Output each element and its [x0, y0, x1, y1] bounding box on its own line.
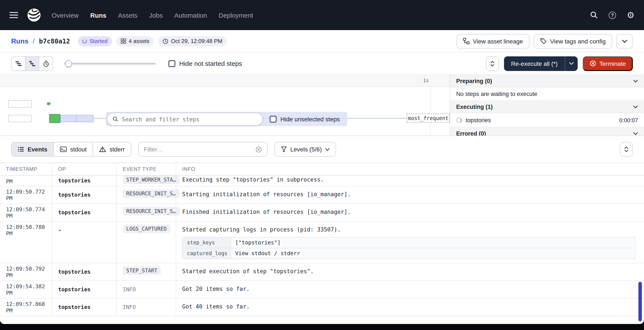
assets-badge[interactable]: 4 assets [116, 36, 154, 46]
log-row[interactable]: PM topstories STEP_WORKER_STA… Executing… [0, 175, 644, 186]
clear-filter-icon[interactable] [256, 146, 262, 153]
levels-filter-button[interactable]: Levels (5/6) [274, 142, 336, 157]
warning-triangle-icon [99, 146, 106, 152]
reexecute-all-button[interactable]: Re-execute all (*) [504, 56, 564, 71]
status-badge: Started [78, 36, 112, 46]
column-header-op: OP [52, 163, 116, 175]
gantt-step-bar-1[interactable] [60, 115, 77, 122]
app-window: Overview Runs Assets Jobs Automation Dep… [0, 0, 644, 324]
event-type-label: INFO [123, 302, 136, 310]
gantt-step-running[interactable] [49, 114, 60, 123]
chevron-down-icon [569, 62, 574, 65]
log-row[interactable]: 12:09:50.788 PM - LOGS_CAPTURED Started … [0, 222, 644, 263]
gantt-view-toggle-group [11, 56, 53, 71]
log-row-height-button[interactable] [620, 142, 633, 157]
settings-gear-icon[interactable]: ⚙ [627, 11, 634, 19]
event-type-badge: LOGS_CAPTURED [123, 225, 170, 233]
view-asset-lineage-button[interactable]: View asset lineage [456, 34, 530, 48]
log-info: Started capturing logs in process (pid: … [176, 222, 644, 263]
log-row[interactable]: 12:09:54.382 PM topstories INFO Got 20 i… [0, 281, 644, 299]
assets-grid-icon [120, 38, 126, 44]
search-icon[interactable] [590, 11, 598, 19]
gantt-step-queued-1[interactable] [8, 100, 32, 108]
breadcrumb-runs-link[interactable]: Runs [11, 37, 28, 45]
log-op: topstories [52, 263, 116, 281]
gantt-step-queued-2[interactable] [8, 115, 32, 122]
hide-not-started-label: Hide not started steps [179, 60, 242, 67]
start-time-badge: Oct 29, 12:09:48 PM [158, 36, 226, 46]
tab-events[interactable]: Events [11, 142, 54, 157]
log-filter-input[interactable] [144, 146, 252, 153]
log-table-body: PM topstories STEP_WORKER_STA… Executing… [0, 175, 644, 324]
gantt-search-input[interactable] [122, 116, 257, 122]
terminal-icon [60, 146, 67, 152]
column-header-info: INFO [176, 163, 644, 175]
search-icon [112, 116, 118, 122]
hamburger-menu-icon[interactable] [10, 12, 18, 18]
nav-item-automation[interactable]: Automation [174, 11, 207, 19]
hide-unselected-label: Hide unselected steps [280, 116, 340, 123]
row-height-toggle-button[interactable] [486, 56, 499, 71]
help-icon[interactable]: ? [609, 11, 616, 19]
run-toolbar: Hide not started steps Re-execute all (*… [0, 52, 644, 75]
log-row[interactable]: 12:09:57.868 PM topstories INFO Got 40 i… [0, 299, 644, 316]
log-timestamp: 12:09:50.788 PM [0, 222, 52, 263]
chevron-down-icon [633, 79, 638, 82]
run-status-panel: Preparing (0) No steps are waiting to ex… [450, 75, 644, 136]
gantt-timed-view-button[interactable] [39, 56, 53, 71]
run-actions-dropdown-button[interactable] [616, 34, 633, 48]
slider-knob[interactable] [65, 60, 72, 67]
vertical-scrollbar-thumb[interactable] [638, 282, 642, 322]
log-row[interactable]: 12:09:50.792 PM topstories STEP_START St… [0, 263, 644, 281]
gantt-search-box [107, 113, 263, 126]
run-id: b7c80a12 [39, 37, 70, 45]
nav-item-assets[interactable]: Assets [118, 11, 138, 19]
gantt-step-marker[interactable] [47, 102, 50, 105]
dagster-logo[interactable] [27, 8, 41, 22]
hide-unselected-checkbox[interactable] [270, 116, 276, 123]
hide-not-started-checkbox[interactable] [168, 60, 175, 67]
tab-stdout[interactable]: stdout [54, 142, 93, 157]
events-list-icon [18, 146, 24, 152]
panel-section-errored[interactable]: Errored (0) [450, 127, 644, 136]
captured-logs-link[interactable]: View stdout / stderr [231, 248, 635, 259]
events-toolbar: Events stdout stderr Levels (5/6) [0, 136, 644, 163]
panel-section-preparing[interactable]: Preparing (0) [450, 75, 644, 87]
log-timestamp: 12:09:50.772 PM [0, 186, 52, 203]
nav-item-runs[interactable]: Runs [90, 11, 106, 19]
spinner-icon [456, 117, 462, 123]
log-row[interactable]: 12:09:50.774 PM topstories RESOURCE_INIT… [0, 204, 644, 222]
reexecute-dropdown-button[interactable] [564, 56, 578, 71]
gantt-time-ruler: 1s [0, 75, 450, 87]
log-view-tabs: Events stdout stderr [11, 142, 132, 157]
log-filter-box [138, 142, 268, 157]
gantt-zoom-slider[interactable] [64, 56, 156, 71]
event-type-label: INFO [123, 284, 136, 293]
gantt-flat-view-button[interactable] [11, 56, 26, 71]
nav-item-jobs[interactable]: Jobs [149, 11, 162, 19]
nav-right-icons: ? ⚙ [590, 11, 634, 19]
tab-stderr[interactable]: stderr [92, 142, 132, 157]
gantt-step-bar-2[interactable] [76, 115, 94, 122]
log-info: Got 40 items so far. [176, 299, 644, 316]
log-op: topstories [52, 299, 116, 316]
step-name: topstories [466, 117, 491, 123]
nav-item-deployment[interactable]: Deployment [218, 11, 253, 19]
event-type-badge: RESOURCE_INIT_S… [123, 207, 180, 216]
gantt-step-most-frequent[interactable]: most_frequent [407, 114, 450, 123]
panel-executing-step-row[interactable]: topstories 0:00:07 [450, 113, 644, 127]
log-op: topstories [52, 186, 116, 203]
log-op: - [52, 222, 116, 263]
log-info: Started execution of step "topstories". [176, 263, 644, 281]
page-root: Overview Runs Assets Jobs Automation Dep… [0, 0, 644, 330]
event-metadata-table: step_keys ["topstories"] captured_logs V… [182, 237, 636, 259]
gantt-waterfall-view-button[interactable] [25, 56, 39, 71]
stopwatch-icon [42, 60, 49, 67]
nav-item-overview[interactable]: Overview [52, 11, 78, 19]
run-header: Runs / b7c80a12 Started 4 assets Oct 29,… [0, 30, 644, 52]
panel-section-executing[interactable]: Executing (1) [450, 101, 644, 113]
up-down-chevrons-icon [490, 60, 495, 66]
view-tags-config-button[interactable]: View tags and config [534, 34, 612, 48]
terminate-button[interactable]: Terminate [582, 56, 633, 71]
log-row[interactable]: 12:09:50.772 PM topstories RESOURCE_INIT… [0, 186, 644, 204]
